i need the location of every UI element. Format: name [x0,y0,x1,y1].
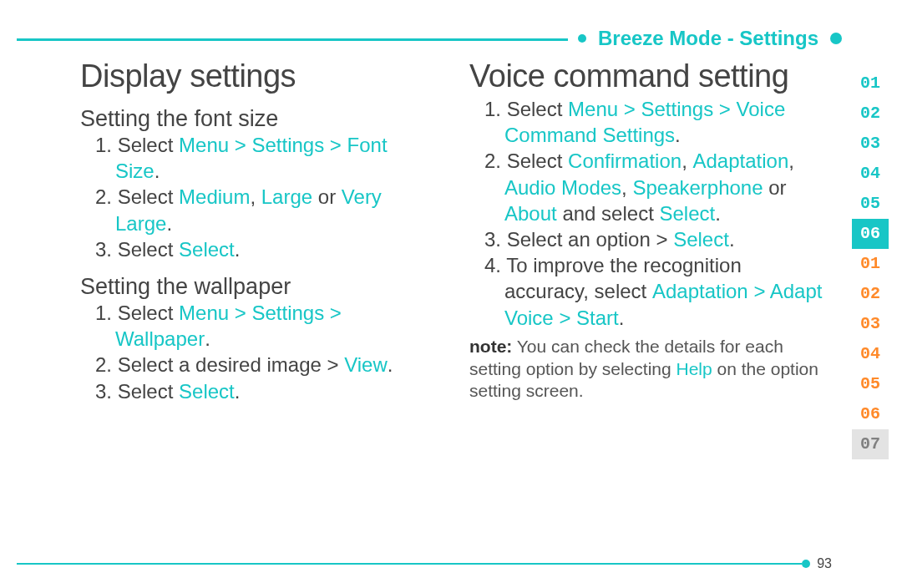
step-text: . [715,202,721,225]
step-text: 1. Select [484,98,568,120]
step-text: 1. Select [95,302,179,324]
dot-icon [830,33,842,44]
section-tab[interactable]: 04 [852,159,889,189]
section-tab[interactable]: 07 [852,429,889,459]
page-content: Display settings Setting the font size 1… [80,58,825,420]
highlight: Confirmation [568,150,682,172]
step: 1. Select Menu > Settings > Voice Comman… [469,96,825,148]
highlight: About [504,202,557,225]
highlight: Select [659,202,715,225]
step-text: 3. Select an option > [484,228,673,251]
step: 4. To improve the recognition accuracy, … [469,252,825,331]
highlight: Help [676,359,712,378]
section-tab[interactable]: 03 [852,309,889,339]
breadcrumb: Breeze Mode - Settings [578,27,842,50]
highlight: Audio Modes [504,176,621,199]
highlight: Select [179,380,235,403]
step-text: , [250,185,261,208]
step-text: or [763,176,787,199]
step: 1. Select Menu > Settings > Wallpaper. [80,300,436,352]
step: 2. Select Confirmation, Adaptation, Audi… [469,148,825,226]
step-text: , [682,150,692,172]
section-tab[interactable]: 01 [852,68,889,99]
page-number: 93 [817,556,832,571]
step-text: . [388,353,393,376]
step-text: 3. Select [95,380,179,403]
step-text: 3. Select [95,238,179,261]
step: 2. Select a desired image > View. [80,352,436,378]
step-text: 2. Select a desired image > [95,353,344,376]
step-text: and select [557,202,660,225]
subheading-font-size: Setting the font size [80,106,436,132]
section-tab[interactable]: 06 [852,399,889,429]
section-tab[interactable]: 04 [852,339,889,369]
step-text: . [729,228,735,251]
highlight: View [344,353,388,376]
section-tab[interactable]: 05 [852,369,889,399]
step-text: . [155,160,160,182]
highlight: Speakerphone [632,176,763,199]
highlight: Large [261,185,312,208]
step-text: , [788,150,794,172]
step-text: . [166,212,172,235]
step: 1. Select Menu > Settings > Font Size. [80,132,436,184]
step-text: . [205,327,210,350]
section-tab[interactable]: 03 [852,129,889,159]
highlight: Medium [179,185,250,208]
step-text: or [312,185,342,208]
header-rule [17,38,568,41]
highlight: Adaptation [692,150,788,172]
subheading-wallpaper: Setting the wallpaper [80,274,436,300]
step-text: 2. Select [95,185,179,208]
step-text: . [675,124,681,146]
step-text: . [619,307,625,329]
step-text: . [235,380,241,403]
footer: 93 [802,556,832,571]
heading-voice-command: Voice command setting [469,58,825,94]
step-text: . [235,238,241,261]
step-text: 2. Select [484,150,568,172]
step-text: 1. Select [95,134,179,156]
section-tab[interactable]: 05 [852,189,889,219]
step: 3. Select Select. [80,378,436,404]
section-tab[interactable]: 02 [852,99,889,129]
section-tabs: 01020304050601020304050607 [852,68,889,459]
highlight: Select [179,238,235,261]
right-column: Voice command setting 1. Select Menu > S… [469,58,825,420]
section-tab[interactable]: 01 [852,249,889,279]
note-label: note: [469,337,512,356]
footer-rule [17,563,802,565]
step: 3. Select an option > Select. [469,226,825,252]
heading-display-settings: Display settings [80,58,436,94]
step-text: , [621,176,632,199]
breadcrumb-text: Breeze Mode - Settings [598,27,818,50]
step: 2. Select Medium, Large or Very Large. [80,184,436,236]
dot-icon [578,34,586,43]
section-tab[interactable]: 06 [852,219,889,249]
left-column: Display settings Setting the font size 1… [80,58,436,420]
dot-icon [802,560,810,568]
note: note: You can check the details for each… [469,336,825,403]
step: 3. Select Select. [80,236,436,262]
highlight: Select [673,228,729,251]
section-tab[interactable]: 02 [852,279,889,309]
